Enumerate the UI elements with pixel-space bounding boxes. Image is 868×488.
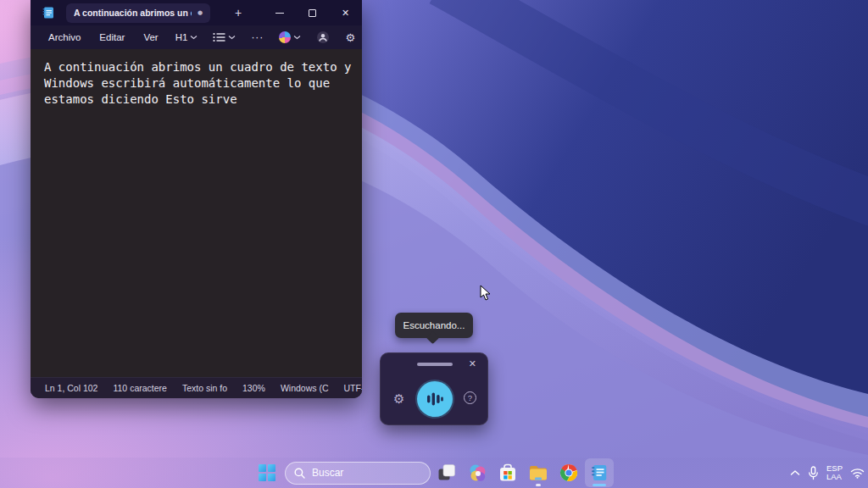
voice-typing-widget: ✕ ⚙ ? xyxy=(380,352,488,425)
bullet-list-icon xyxy=(213,32,225,42)
chrome-button[interactable] xyxy=(554,458,583,487)
taskbar-center-group: Buscar xyxy=(254,458,614,488)
start-button[interactable] xyxy=(254,460,280,485)
encoding-status: UTF-8 xyxy=(336,383,362,393)
file-explorer-button[interactable] xyxy=(524,458,553,487)
menu-ver[interactable]: Ver xyxy=(134,32,167,42)
cursor-position-status: Ln 1, Col 102 xyxy=(37,383,105,393)
maximize-button[interactable] xyxy=(296,0,329,25)
search-icon xyxy=(294,468,305,479)
tab-title: A continuación abrimos un cu xyxy=(74,8,192,18)
window-controls: ✕ xyxy=(263,0,362,25)
desktop: A continuación abrimos un cu ● + ✕ Archi… xyxy=(0,0,868,488)
notepad-app-icon xyxy=(42,6,55,19)
chevron-down-icon xyxy=(228,35,236,40)
unsaved-indicator: ● xyxy=(198,9,203,16)
language-indicator[interactable]: ESP LAA xyxy=(826,464,843,481)
settings-button[interactable]: ⚙ xyxy=(337,31,362,44)
notepad-tab[interactable]: A continuación abrimos un cu ● xyxy=(66,3,210,23)
notepad-taskbar-icon xyxy=(590,463,609,482)
notepad-titlebar: A continuación abrimos un cu ● + ✕ xyxy=(31,0,362,25)
gear-icon: ⚙ xyxy=(345,31,355,44)
language-line-2: LAA xyxy=(826,473,843,481)
paint-app-button[interactable] xyxy=(463,458,492,487)
account-button[interactable] xyxy=(309,30,337,44)
minimize-icon xyxy=(275,13,284,14)
mouse-cursor xyxy=(480,285,491,301)
system-tray: ESP LAA xyxy=(790,458,866,488)
editor-line: Windows escribirá automáticamente lo que xyxy=(44,75,362,92)
account-icon xyxy=(316,30,330,44)
windows-logo-icon xyxy=(259,464,275,481)
heading-style-label: H1 xyxy=(175,32,188,42)
notepad-editor[interactable]: A continuación abrimos un cuadro de text… xyxy=(31,49,362,377)
menu-archivo[interactable]: Archivo xyxy=(39,32,90,42)
audio-level-bars-icon xyxy=(426,391,444,408)
notepad-statusbar: Ln 1, Col 102 110 caractere Texto sin fo… xyxy=(31,377,362,398)
wifi-icon[interactable] xyxy=(850,468,865,479)
line-ending-status: Windows (C xyxy=(273,383,337,393)
chevron-down-icon xyxy=(293,35,301,40)
chrome-icon xyxy=(559,463,578,482)
notepad-taskbar-button[interactable] xyxy=(585,458,614,487)
microsoft-store-button[interactable] xyxy=(493,458,522,487)
search-input[interactable]: Buscar xyxy=(285,462,431,485)
menu-editar[interactable]: Editar xyxy=(90,32,134,42)
editor-line: A continuación abrimos un cuadro de text… xyxy=(44,59,362,75)
microsoft-store-icon xyxy=(498,463,517,482)
voice-help-button[interactable]: ? xyxy=(464,391,476,404)
paint-icon xyxy=(468,463,487,483)
copilot-dropdown[interactable] xyxy=(271,31,309,43)
drag-handle[interactable] xyxy=(417,363,453,366)
copilot-icon xyxy=(279,31,291,43)
notepad-window: A continuación abrimos un cu ● + ✕ Archi… xyxy=(31,0,362,398)
minimize-button[interactable] xyxy=(263,0,296,25)
list-format-dropdown[interactable] xyxy=(205,32,243,42)
text-format-status: Texto sin fo xyxy=(175,383,235,393)
task-view-button[interactable] xyxy=(432,458,461,487)
listening-tooltip: Escuchando... xyxy=(395,313,473,338)
taskbar: Buscar xyxy=(0,458,868,488)
maximize-icon xyxy=(309,9,316,17)
close-button[interactable]: ✕ xyxy=(329,0,362,25)
active-window-indicator xyxy=(593,484,606,486)
tray-chevron-up-icon[interactable] xyxy=(790,469,800,476)
voice-settings-button[interactable]: ⚙ xyxy=(393,391,404,407)
heading-style-dropdown[interactable]: H1 xyxy=(168,32,206,42)
task-view-icon xyxy=(437,463,456,482)
tray-microphone-icon[interactable] xyxy=(808,466,819,480)
notepad-menubar: Archivo Editar Ver H1 ··· xyxy=(31,25,362,49)
file-explorer-icon xyxy=(528,463,548,482)
chevron-down-icon xyxy=(190,35,198,40)
voice-close-button[interactable]: ✕ xyxy=(465,357,480,371)
editor-line: estamos diciendo Esto sirve xyxy=(44,92,362,108)
new-tab-button[interactable]: + xyxy=(229,6,248,19)
close-icon: ✕ xyxy=(342,8,349,19)
zoom-level-status[interactable]: 130% xyxy=(235,383,273,393)
char-count-status: 110 caractere xyxy=(105,383,174,393)
help-icon: ? xyxy=(468,393,472,402)
search-placeholder: Buscar xyxy=(312,467,343,479)
listening-tooltip-text: Escuchando... xyxy=(403,320,465,330)
microphone-button[interactable] xyxy=(417,381,453,417)
more-options-button[interactable]: ··· xyxy=(243,31,271,43)
running-indicator xyxy=(536,484,541,486)
